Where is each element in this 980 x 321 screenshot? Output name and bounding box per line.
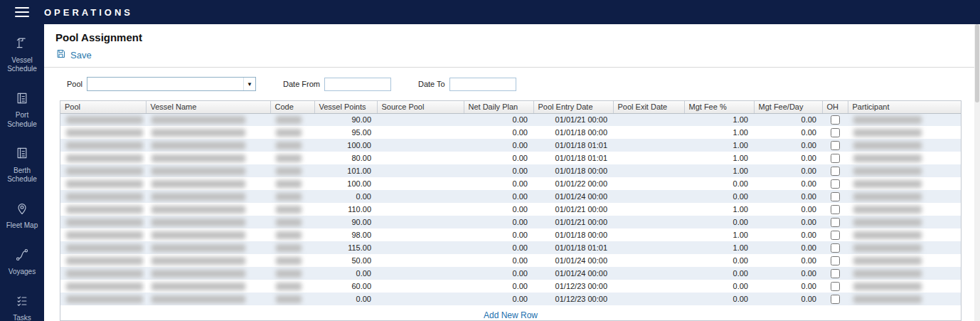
table-row[interactable]: 50.000.0001/01/24 00:000.000.00 [60, 254, 961, 267]
sidebar-item-port-schedule[interactable]: Port Schedule [0, 91, 44, 130]
page-scrollbar[interactable] [974, 24, 980, 321]
oh-checkbox[interactable] [831, 295, 840, 304]
redacted-value [151, 257, 245, 265]
redacted-value [66, 270, 143, 278]
column-header-vessel-name[interactable]: Vessel Name [146, 101, 270, 113]
cell-mgt-fee-day: 0.00 [754, 177, 822, 190]
oh-checkbox[interactable] [831, 115, 840, 125]
table-row[interactable]: 80.000.0001/01/18 01:011.000.00 [60, 152, 961, 164]
cell-oh [822, 254, 848, 267]
column-header-source-pool[interactable]: Source Pool [377, 101, 464, 113]
column-header-mgt-fee-day[interactable]: Mgt Fee/Day [754, 101, 822, 113]
table-row[interactable]: 101.000.0001/01/18 00:001.000.00 [60, 164, 961, 177]
save-button[interactable]: Save [55, 48, 92, 61]
redacted-value [276, 231, 302, 239]
column-header-pool-entry-date[interactable]: Pool Entry Date [533, 101, 613, 113]
cell-pool-exit-date [613, 293, 684, 305]
redacted-value [151, 129, 245, 137]
oh-checkbox[interactable] [831, 218, 840, 227]
sidebar-item-tasks[interactable]: Tasks [0, 294, 44, 321]
table-row[interactable]: 100.000.0001/01/18 01:011.000.00 [60, 139, 961, 152]
pool-assignment-grid: PoolVessel NameCodeVessel PointsSource P… [60, 100, 962, 321]
pool-select[interactable]: ▼ [87, 77, 256, 91]
cell-participant [848, 113, 961, 126]
redacted-value [276, 167, 302, 175]
cell-pool-exit-date [613, 228, 684, 241]
table-row[interactable]: 0.000.0001/12/23 00:000.000.00 [60, 293, 961, 305]
redacted-value [151, 244, 245, 252]
cell-oh [822, 126, 848, 139]
redacted-value [151, 154, 245, 162]
redacted-value [276, 283, 302, 290]
redacted-value [853, 231, 922, 239]
cell-pool-entry-date: 01/01/18 00:00 [533, 126, 613, 139]
cell-net-daily-plan: 0.00 [464, 126, 533, 139]
oh-checkbox[interactable] [831, 141, 840, 150]
oh-checkbox[interactable] [831, 243, 840, 253]
add-new-row-link[interactable]: Add New Row [484, 310, 538, 320]
table-row[interactable]: 110.000.0001/01/21 00:001.000.00 [60, 203, 961, 216]
sidebar-item-voyages[interactable]: Voyages [0, 248, 44, 277]
sidebar-item-berth-schedule[interactable]: Berth Schedule [0, 146, 44, 184]
cell-participant [848, 177, 961, 190]
oh-checkbox[interactable] [831, 192, 840, 201]
cell-pool-entry-date: 01/01/24 00:00 [533, 190, 613, 203]
sidebar-item-fleet-map[interactable]: Fleet Map [0, 201, 44, 231]
cell-pool-exit-date [613, 113, 684, 126]
cell-oh [822, 113, 848, 126]
oh-checkbox[interactable] [831, 154, 840, 163]
table-row[interactable]: 90.000.0001/01/21 00:000.000.00 [60, 216, 961, 228]
table-row[interactable]: 0.000.0001/01/24 00:000.000.00 [60, 190, 961, 203]
cell-mgt-fee-pct: 1.00 [684, 203, 754, 216]
column-header-code[interactable]: Code [270, 101, 314, 113]
redacted-value [151, 270, 245, 278]
column-header-net-daily-plan[interactable]: Net Daily Plan [464, 101, 533, 113]
table-row[interactable]: 115.000.0001/01/18 01:011.000.00 [60, 241, 961, 254]
cell-source-pool [377, 216, 464, 228]
table-row[interactable]: 60.000.0001/12/23 00:000.000.00 [60, 280, 961, 293]
date-from-input[interactable] [324, 78, 391, 91]
cell-vessel-name [146, 267, 270, 280]
redacted-value [66, 142, 143, 149]
oh-checkbox[interactable] [831, 231, 840, 240]
sidebar-item-label: Vessel Schedule [0, 56, 44, 74]
cell-vessel-name [146, 216, 270, 228]
column-header-participant[interactable]: Participant [848, 101, 961, 113]
table-row[interactable]: 90.000.0001/01/21 00:001.000.00 [60, 113, 961, 126]
cell-mgt-fee-pct: 1.00 [684, 228, 754, 241]
cell-vessel-name [146, 164, 270, 177]
oh-checkbox[interactable] [831, 205, 840, 214]
oh-checkbox[interactable] [831, 269, 840, 278]
oh-checkbox[interactable] [831, 128, 840, 137]
oh-checkbox[interactable] [831, 256, 840, 265]
column-header-pool[interactable]: Pool [60, 101, 146, 113]
oh-checkbox[interactable] [831, 179, 840, 189]
main-content: Pool Assignment Save Pool ▼ Date From Da… [44, 24, 974, 321]
page-scrollbar-thumb[interactable] [975, 24, 979, 102]
table-row[interactable]: 95.000.0001/01/18 00:001.000.00 [60, 126, 961, 139]
sidebar-item-label: Port Schedule [0, 111, 44, 129]
redacted-value [276, 142, 302, 149]
oh-checkbox[interactable] [831, 282, 840, 291]
cell-mgt-fee-day: 0.00 [754, 293, 822, 305]
redacted-value [151, 142, 245, 149]
cell-pool [60, 293, 146, 305]
cell-oh [822, 203, 848, 216]
column-header-vessel-points[interactable]: Vessel Points [314, 101, 377, 113]
oh-checkbox[interactable] [831, 167, 840, 176]
redacted-value [276, 295, 302, 303]
date-to-input[interactable] [449, 78, 516, 91]
table-row[interactable]: 100.000.0001/01/22 00:000.000.00 [60, 177, 961, 190]
redacted-value [66, 244, 143, 252]
table-row[interactable]: 98.000.0001/01/18 00:001.000.00 [60, 228, 961, 241]
cell-participant [848, 280, 961, 293]
table-row[interactable]: 0.000.0001/01/24 00:000.000.00 [60, 267, 961, 280]
column-header-mgt-fee-[interactable]: Mgt Fee % [684, 101, 754, 113]
cell-oh [822, 190, 848, 203]
column-header-oh[interactable]: OH [822, 101, 848, 113]
sidebar-item-vessel-schedule[interactable]: Vessel Schedule [0, 36, 44, 74]
column-header-pool-exit-date[interactable]: Pool Exit Date [613, 101, 684, 113]
hamburger-menu-icon[interactable] [0, 7, 44, 17]
cell-source-pool [377, 190, 464, 203]
cell-oh [822, 267, 848, 280]
